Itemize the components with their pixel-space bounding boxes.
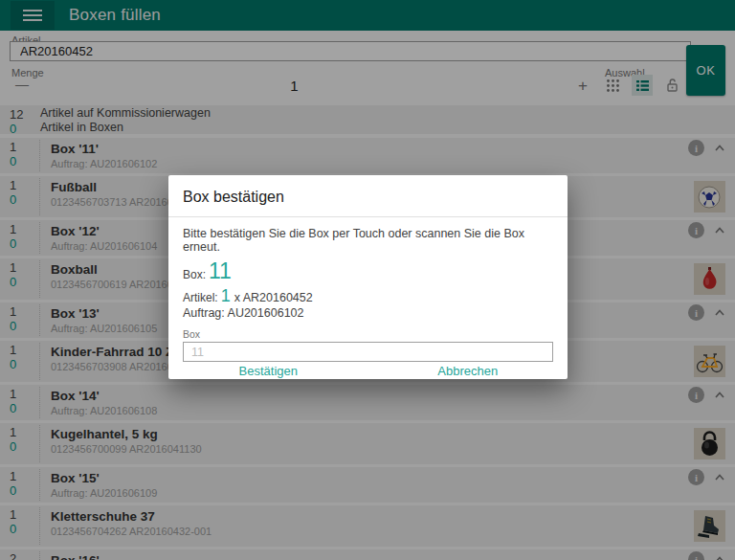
confirm-box-dialog: Box bestätigen Bitte bestätigen Sie die … (168, 175, 568, 379)
dialog-message: Bitte bestätigen Sie die Box per Touch o… (183, 227, 553, 254)
dialog-title: Box bestätigen (168, 175, 568, 216)
dialog-auftrag-line: Auftrag: AU201606102 (183, 306, 553, 320)
cancel-button[interactable]: Abbrechen (368, 363, 568, 379)
dialog-artikel-label: Artikel: (183, 291, 218, 304)
dialog-artikel-code: x AR20160452 (234, 291, 313, 304)
confirm-button[interactable]: Bestätigen (168, 363, 368, 379)
dialog-box-label: Box: (183, 268, 206, 281)
dialog-artikel-count: 1 (221, 288, 231, 304)
dialog-box-value: 11 (209, 261, 232, 281)
box-scan-input[interactable] (183, 342, 553, 362)
dialog-input-label: Box (183, 328, 553, 340)
